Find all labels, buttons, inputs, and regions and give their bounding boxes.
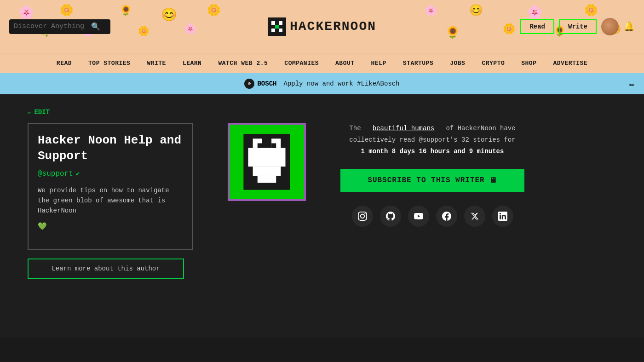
flower-decoration: 🌸: [184, 23, 196, 35]
nav-item-write[interactable]: WRITE: [138, 57, 174, 69]
beautiful-humans-link[interactable]: beautiful humans: [373, 125, 434, 132]
flower-decoration: 🌻: [120, 5, 132, 17]
flower-decoration: 🌼: [503, 23, 515, 35]
search-bar[interactable]: 🔍: [9, 19, 110, 34]
svg-rect-3: [271, 29, 275, 32]
svg-rect-5: [275, 25, 279, 29]
svg-rect-15: [253, 167, 281, 176]
notification-bell-icon[interactable]: 🔔: [623, 21, 635, 32]
svg-rect-4: [279, 29, 282, 32]
profile-name: Hacker Noon Help and Support: [38, 133, 183, 164]
instagram-icon[interactable]: [352, 206, 373, 227]
subscribe-button[interactable]: SUBSCRIBE TO THIS WRITER 🖥: [340, 169, 524, 192]
bosch-logo-icon: ⚙: [244, 79, 254, 89]
svg-rect-18: [271, 144, 276, 148]
main-content: ✏️ EDIT Hacker Noon Help and Support @su…: [0, 94, 644, 338]
flower-decoration: 🌸: [425, 5, 437, 17]
verified-icon: ✔: [76, 170, 80, 178]
svg-rect-7: [230, 125, 243, 199]
pencil-icon: ✏️: [28, 108, 31, 116]
write-button[interactable]: Write: [559, 19, 597, 34]
subscribe-label: SUBSCRIBE TO THIS WRITER: [368, 176, 484, 184]
nav-item-read[interactable]: READ: [48, 57, 80, 69]
pixel-avatar-svg: [230, 125, 304, 199]
flower-decoration: 🌼: [207, 4, 221, 17]
svg-rect-8: [290, 125, 304, 199]
nav-item-about[interactable]: ABOUT: [327, 57, 363, 69]
x-twitter-icon[interactable]: [464, 206, 485, 227]
profile-avatar-container: [221, 123, 313, 201]
profile-section: Hacker Noon Help and Support @support ✔ …: [28, 123, 626, 279]
subscribe-icon: 🖥: [489, 176, 497, 185]
flower-decoration: 🌻: [445, 25, 460, 40]
flower-decoration: 🌼: [138, 25, 150, 37]
nav-item-crypto[interactable]: CRYPTO: [473, 57, 513, 69]
svg-rect-2: [279, 21, 282, 25]
edit-label: EDIT: [34, 109, 50, 116]
profile-avatar-image: [228, 123, 306, 201]
profile-handle-text[interactable]: @support: [38, 170, 73, 178]
bosch-banner-text: Apply now and work #LikeABosch: [283, 80, 399, 87]
youtube-icon[interactable]: [408, 206, 429, 227]
header-actions: Read Write 🔔: [520, 18, 635, 35]
social-icons-row: [340, 206, 524, 227]
profile-bio: We provide tips on how to navigate the g…: [38, 185, 183, 216]
svg-rect-1: [271, 21, 275, 25]
profile-stats-section: The beautiful humans of HackerNoon have …: [340, 123, 524, 227]
github-icon[interactable]: [380, 206, 401, 227]
site-logo[interactable]: HACKERNOON: [268, 17, 376, 36]
nav-item-jobs[interactable]: JOBS: [442, 57, 473, 69]
nav-item-watch-web25[interactable]: WATCH WEB 2.5: [210, 57, 276, 69]
avatar[interactable]: [601, 18, 619, 35]
flower-decoration: 🌼: [584, 4, 598, 17]
linkedin-icon[interactable]: [492, 206, 513, 227]
svg-rect-16: [258, 176, 276, 183]
profile-info: Hacker Noon Help and Support @support ✔ …: [28, 123, 193, 279]
flower-decoration: 🌸: [18, 5, 34, 20]
flower-decoration: 😊: [161, 7, 177, 23]
profile-handle-row: @support ✔: [38, 170, 183, 178]
heart-icon: 💚: [38, 222, 183, 231]
nav-item-top-stories[interactable]: TOP STORIES: [80, 57, 138, 69]
hero-title-line1: MEET THE NEW & IMPROVED: [0, 356, 644, 362]
logo-text: HACKERNOON: [290, 19, 376, 34]
bosch-logo: ⚙ BOSCH: [244, 79, 276, 89]
svg-rect-10: [230, 190, 304, 199]
profile-card: Hacker Noon Help and Support @support ✔ …: [28, 123, 193, 250]
bosch-logo-text: BOSCH: [257, 80, 276, 87]
stats-time: 1 month 8 days 16 hours and 9 minutes: [361, 148, 504, 155]
hero-section: MEET THE NEW & IMPROVED PROFILE PAGES: [0, 338, 644, 362]
logo-icon: [268, 17, 286, 36]
learn-more-button[interactable]: Learn more about this author: [28, 259, 184, 279]
edit-button[interactable]: ✏️ EDIT: [28, 108, 626, 116]
stats-prefix: The: [349, 125, 361, 132]
search-icon[interactable]: 🔍: [91, 22, 100, 31]
top-banner: 🌸 💐 🌼 🌸 🌻 🌼 😊 🌸 🌼 🌸 🌻 😊 🌼 🌸 🌻 🌼 😊 🔍: [0, 0, 644, 53]
stats-text: The beautiful humans of HackerNoon have …: [340, 123, 524, 158]
nav-item-companies[interactable]: COMPANIES: [276, 57, 327, 69]
nav-item-shop[interactable]: SHOP: [513, 57, 545, 69]
flower-decoration: 🌼: [60, 4, 74, 17]
svg-rect-9: [230, 125, 304, 134]
nav-item-advertise[interactable]: ADVERTISE: [545, 57, 596, 69]
nav-item-help[interactable]: HELP: [363, 57, 395, 69]
nav-item-startups[interactable]: STARTUPS: [395, 57, 442, 69]
avatar-image: [601, 18, 619, 35]
read-button[interactable]: Read: [520, 19, 554, 34]
nav-item-learn[interactable]: LEARN: [174, 57, 210, 69]
main-nav: READ TOP STORIES WRITE LEARN WATCH WEB 2…: [0, 53, 644, 73]
bosch-close-icon[interactable]: ✏️: [629, 78, 635, 90]
svg-rect-17: [258, 144, 262, 148]
flower-decoration: 😊: [469, 4, 483, 17]
bosch-banner[interactable]: ⚙ BOSCH Apply now and work #LikeABosch ✏…: [0, 73, 644, 94]
facebook-icon[interactable]: [436, 206, 457, 227]
svg-rect-13: [248, 148, 286, 157]
search-input[interactable]: [14, 23, 87, 30]
svg-rect-14: [248, 157, 286, 167]
